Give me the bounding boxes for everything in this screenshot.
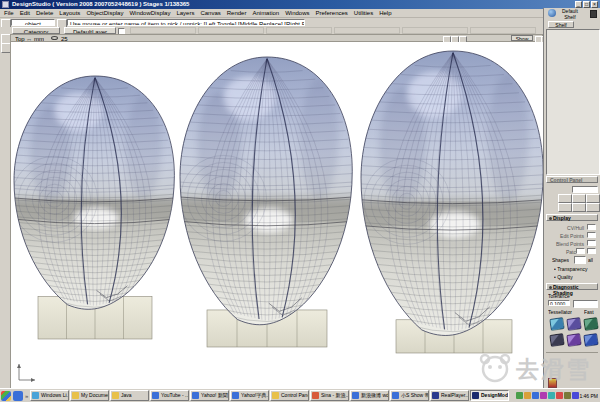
diagnostic-section-header[interactable]: Diagnostic Shading <box>546 283 598 290</box>
display-row-label: Edit Points <box>560 233 584 239</box>
panel-option-button[interactable] <box>572 203 586 212</box>
shelf-panel: Default Shelf Shelf Control Panel Displa… <box>543 8 600 388</box>
menu-utilities[interactable]: Utilities <box>354 10 373 16</box>
taskbar-item-0[interactable]: Windows Li... <box>30 390 69 401</box>
menu-file[interactable]: File <box>4 10 14 16</box>
menu-canvas[interactable]: Canvas <box>200 10 220 16</box>
tolerance-value-field[interactable]: 0.1000 <box>548 300 570 306</box>
menu-preferences[interactable]: Preferences <box>315 10 347 16</box>
maximize-button[interactable]: □ <box>583 1 590 8</box>
display-row-blend-points: Blend Points <box>546 240 600 247</box>
shading-swatch-icon[interactable] <box>549 333 565 347</box>
display-section-header[interactable]: Display <box>546 214 598 221</box>
menu-layers[interactable]: Layers <box>176 10 194 16</box>
menu-delete[interactable]: Delete <box>36 10 53 16</box>
taskbar-clock[interactable]: 1:46 PM <box>579 393 598 399</box>
layer-slot-empty[interactable] <box>198 27 264 34</box>
eye-icon[interactable] <box>51 36 58 40</box>
taskbar-item-4[interactable]: Yahoo! 新聞... <box>190 390 229 401</box>
palette-title[interactable]: Control Panel <box>546 176 598 183</box>
tray-icon[interactable] <box>516 392 523 399</box>
shading-swatch-icon[interactable] <box>566 317 582 331</box>
shading-swatch-icon[interactable] <box>566 333 582 347</box>
taskbar-item-11[interactable]: DesignMod... <box>470 390 509 401</box>
layer-slot-empty[interactable] <box>402 27 468 34</box>
taskbar-item-3[interactable]: YouTube - ... <box>150 390 189 401</box>
shading-swatch-icon[interactable] <box>583 333 599 347</box>
tray-icon[interactable] <box>564 392 571 399</box>
display-row-checkbox[interactable] <box>587 248 596 254</box>
wireframe-heads-canvas <box>11 42 544 388</box>
display-row-checkbox[interactable] <box>576 248 585 254</box>
display-row-checkbox[interactable] <box>587 240 596 246</box>
tray-icon[interactable] <box>524 392 531 399</box>
panel-bottom-icon[interactable] <box>548 378 557 388</box>
menu-edit[interactable]: Edit <box>20 10 30 16</box>
layer-slot-empty[interactable] <box>470 27 536 34</box>
taskbar-item-1[interactable]: My Documents <box>70 390 109 401</box>
menu-layouts[interactable]: Layouts <box>59 10 80 16</box>
tray-icon[interactable] <box>548 392 555 399</box>
tray-icon[interactable] <box>532 392 539 399</box>
taskbar-item-icon <box>272 392 279 399</box>
category-button[interactable]: Category <box>12 27 60 34</box>
display-row-checkbox[interactable] <box>587 224 596 230</box>
tolerance-field-2[interactable] <box>573 300 598 308</box>
quality-toggle[interactable]: • Quality <box>554 274 573 280</box>
taskbar-item-icon <box>232 392 239 399</box>
title-bar[interactable]: DesignStudio ( Version 2008 200705244861… <box>0 0 600 9</box>
shading-swatch-icon[interactable] <box>583 317 599 331</box>
close-button[interactable]: × <box>591 1 598 8</box>
start-icon[interactable] <box>1 391 11 401</box>
display-row-checkbox[interactable] <box>587 232 596 238</box>
pick-object-field[interactable]: object <box>11 19 55 26</box>
shapes-label: Shapes <box>552 257 569 263</box>
quicklaunch-icon[interactable] <box>13 391 23 401</box>
shelf-tab[interactable]: Shelf <box>548 21 574 28</box>
shapes-field[interactable] <box>574 256 586 264</box>
menu-render[interactable]: Render <box>227 10 247 16</box>
panel-option-button[interactable] <box>558 194 572 203</box>
layer-slot-empty[interactable] <box>334 27 400 34</box>
taskbar-item-7[interactable]: Sina - 新浪... <box>310 390 349 401</box>
panel-option-button[interactable] <box>586 203 600 212</box>
panel-option-button[interactable] <box>558 203 572 212</box>
head-small[interactable] <box>12 76 177 339</box>
transparency-toggle[interactable]: • Transparency <box>554 266 588 272</box>
head-large[interactable] <box>361 51 544 353</box>
layer-slot-empty[interactable] <box>130 27 196 34</box>
menu-animation[interactable]: Animation <box>252 10 279 16</box>
tray-icon[interactable] <box>572 392 579 399</box>
taskbar-item-9[interactable]: 小S Show 帝... <box>390 390 429 401</box>
layer-slot-empty[interactable] <box>266 27 332 34</box>
shelf-menu-icon[interactable] <box>590 10 597 18</box>
quicklaunch-chevron-icon[interactable]: » <box>25 392 28 400</box>
show-menu-button[interactable]: Show <box>511 35 533 41</box>
palette-field[interactable] <box>572 186 598 193</box>
tray-icon[interactable] <box>540 392 547 399</box>
taskbar-item-icon <box>432 392 439 399</box>
shading-swatch-icon[interactable] <box>549 317 565 331</box>
menu-windows[interactable]: Windows <box>285 10 309 16</box>
viewport-header[interactable]: Top ↔ mm 25 Show <box>10 34 543 42</box>
shelf-well[interactable] <box>546 29 600 175</box>
shapes-all-label[interactable]: all <box>588 257 593 263</box>
taskbar-item-10[interactable]: RealPlayer... <box>430 390 469 401</box>
menu-help[interactable]: Help <box>379 10 391 16</box>
viewport[interactable] <box>10 42 543 388</box>
tessellator-label: Tessellator <box>548 309 572 315</box>
taskbar-item-2[interactable]: Java <box>110 390 149 401</box>
taskbar-item-6[interactable]: Control Panel <box>270 390 309 401</box>
shelf-sphere-icon[interactable] <box>548 9 556 17</box>
panel-option-button[interactable] <box>572 194 586 203</box>
panel-option-button[interactable] <box>586 194 600 203</box>
menu-windowdisplay[interactable]: WindowDisplay <box>129 10 170 16</box>
tray-icon[interactable] <box>556 392 563 399</box>
taskbar-item-5[interactable]: Yahoo!字典... <box>230 390 269 401</box>
tessellator-fast-label[interactable]: Fast <box>584 309 594 315</box>
head-medium[interactable] <box>180 57 354 347</box>
default-layer-tab[interactable]: DefaultLayer <box>64 27 116 34</box>
menu-objectdisplay[interactable]: ObjectDisplay <box>86 10 123 16</box>
minimize-button[interactable]: _ <box>575 1 582 8</box>
taskbar-item-8[interactable]: 新浪微博 wd... <box>350 390 389 401</box>
